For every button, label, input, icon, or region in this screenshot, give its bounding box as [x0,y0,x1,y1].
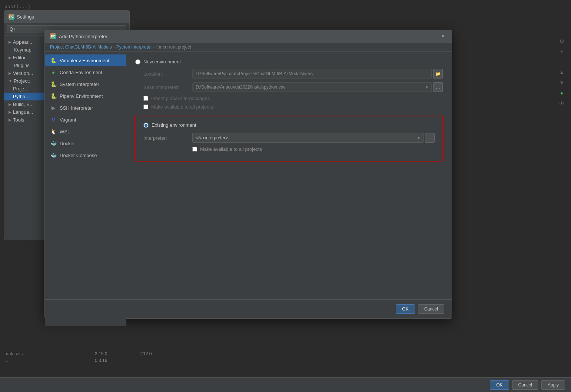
sidebar-item-wsl[interactable]: 🐧 WSL [45,126,126,137]
location-browse-button[interactable]: 📁 [433,69,443,79]
docker-icon: 🐳 [50,140,57,147]
sidebar-item-virtualenv[interactable]: 🐍 Virtualenv Environment [45,54,126,66]
breadcrumb-part1[interactable]: Project ChatGLM-6B-AllModels [50,44,112,50]
dialog-body: 🐍 Virtualenv Environment ● Conda Environ… [45,52,452,326]
pkg-version: 0.3.16 [95,358,125,363]
docker-compose-label: Docker Compose [60,153,97,158]
base-interpreter-input-wrap: D:\Software\Anaconda2022\install\python.… [192,82,443,92]
make-available-new-checkbox[interactable] [143,104,148,109]
pkg-name: datasets [6,351,80,356]
base-interpreter-select-wrap: D:\Software\Anaconda2022\install\python.… [192,82,432,92]
ssh-label: SSH Interpreter [60,105,93,111]
sidebar-item-conda[interactable]: ● Conda Environment [45,66,126,78]
right-tools-panel: ⚙ + − ▲ ▼ ● 👁 [558,37,566,107]
interpreter-select[interactable]: <No interpreter> [192,133,424,143]
cancel-button[interactable]: Cancel [512,380,538,390]
make-available-existing-row: Make available to all projects [192,146,435,152]
pipenv-icon: 🐍 [50,93,57,99]
breadcrumb-part2[interactable]: Python Interpreter [116,44,152,50]
wsl-label: WSL [60,129,70,134]
inherit-packages-row: Inherit global site-packages [143,96,443,101]
plus-icon[interactable]: + [558,47,566,56]
interpreter-select-wrap: <No interpreter> ▼ [192,133,424,143]
apply-button[interactable]: Apply [541,380,565,390]
make-available-new-label: Make available to all projects [151,104,213,110]
virtualenv-label: Virtualenv Environment [60,58,109,63]
make-available-new-row: Make available to all projects [143,104,443,110]
arrow-icon: ▶ [9,40,11,44]
new-environment-section: New environment Location: 📁 Base interpr… [135,59,443,110]
existing-environment-section: Existing environment Interpreter: <No in… [135,116,443,162]
dialog-title-left: PC Add Python Interpreter [50,33,107,39]
virtualenv-icon: 🐍 [50,57,57,64]
sidebar-item-ssh[interactable]: ▶ SSH Interpreter [45,102,126,114]
breadcrumb-sep2: › [153,44,155,50]
settings-title: Settings [17,14,34,20]
vagrant-label: Vagrant [60,117,76,123]
new-environment-radio[interactable] [135,59,140,64]
pc-logo-icon: PC [9,14,14,20]
make-available-existing-checkbox[interactable] [192,147,197,152]
inherit-packages-checkbox[interactable] [143,96,148,101]
table-row: ... 0.3.16 [3,357,568,364]
system-icon: 🐍 [50,81,57,87]
scroll-down-icon[interactable]: ▼ [558,79,566,87]
new-environment-radio-row: New environment [135,59,443,64]
existing-environment-label: Existing environment [152,122,196,128]
dialog-cancel-button[interactable]: Cancel [418,304,444,314]
conda-icon: ● [50,69,57,76]
pipenv-label: Pipenv Environment [60,93,103,99]
vagrant-icon: V [50,116,57,123]
arrow-icon: ▶ [9,102,11,106]
location-input-wrap: 📁 [192,69,443,79]
minus-icon[interactable]: − [558,58,566,66]
wsl-icon: 🐧 [50,128,57,135]
interpreter-content: New environment Location: 📁 Base interpr… [126,52,452,326]
new-environment-label: New environment [143,59,181,64]
arrow-icon: ▶ [9,56,11,60]
dialog-title-text: Add Python Interpreter [59,34,107,39]
base-interpreter-browse-button[interactable]: … [433,82,443,92]
sidebar-item-vagrant[interactable]: V Vagrant [45,114,126,126]
arrow-icon: ▶ [9,110,11,114]
existing-environment-radio[interactable] [143,123,149,128]
packages-table: datasets 2.15.0 2.12.0 ... 0.3.16 [0,348,571,377]
arrow-icon: ▶ [9,71,11,75]
pkg-version: 2.15.0 [95,351,125,356]
interpreter-sidebar: 🐍 Virtualenv Environment ● Conda Environ… [45,52,126,326]
dialog-bottom-bar: OK Cancel [45,299,452,318]
pkg-latest: 2.12.0 [139,351,169,356]
base-interpreter-select[interactable]: D:\Software\Anaconda2022\install\python.… [192,82,432,92]
dialog-pc-logo: PC [50,33,56,39]
interpreter-input-wrap: <No interpreter> ▼ … [192,133,435,143]
location-input[interactable] [192,69,432,79]
location-label: Location: [143,71,188,77]
sidebar-item-system[interactable]: 🐍 System Interpreter [45,78,126,90]
sidebar-item-docker[interactable]: 🐳 Docker [45,137,126,149]
dialog-ok-button[interactable]: OK [396,304,415,314]
settings-icon[interactable]: ⚙ [558,37,566,45]
dialog-title-bar: PC Add Python Interpreter × [45,30,452,43]
docker-compose-icon: 🐳 [50,152,57,159]
breadcrumb: Project ChatGLM-6B-AllModels › Python In… [45,43,452,52]
table-row: datasets 2.15.0 2.12.0 [3,351,568,357]
settings-title-bar: PC Settings [4,11,129,23]
sidebar-item-docker-compose[interactable]: 🐳 Docker Compose [45,149,126,161]
eye-icon[interactable]: 👁 [558,99,566,107]
bottom-bar: OK Cancel Apply [0,377,571,392]
ok-button[interactable]: OK [490,380,509,390]
scroll-up-icon[interactable]: ▲ [558,68,566,76]
base-interpreter-label: Base interpreter: [143,84,188,90]
sidebar-item-pipenv[interactable]: 🐍 Pipenv Environment [45,90,126,102]
interpreter-label: Interpreter: [143,135,188,141]
new-env-form: Location: 📁 Base interpreter: D:\Softwar… [143,69,443,110]
breadcrumb-sep1: › [113,44,115,50]
base-interpreter-row: Base interpreter: D:\Software\Anaconda20… [143,82,443,92]
arrow-icon: ▼ [9,79,12,83]
conda-label: Conda Environment [60,70,102,75]
pkg-name: ... [6,358,80,363]
dialog-close-button[interactable]: × [440,33,446,40]
interpreter-row: Interpreter: <No interpreter> ▼ … [143,133,435,143]
interpreter-browse-button[interactable]: … [425,133,435,143]
docker-label: Docker [60,141,75,146]
